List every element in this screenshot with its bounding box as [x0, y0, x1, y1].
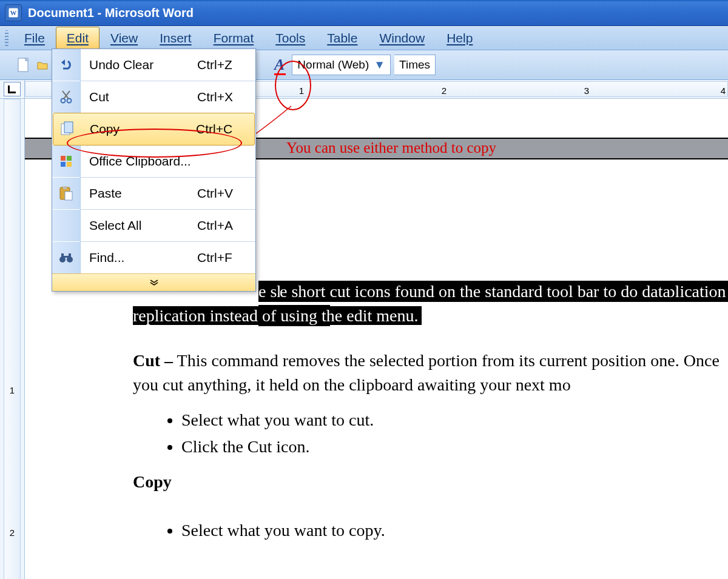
font-selector[interactable]: Times — [394, 55, 436, 75]
menu-item-copy[interactable]: Copy Ctrl+C — [53, 113, 255, 146]
svg-point-18 — [61, 99, 66, 103]
annotation-text: You can use either method to copy — [286, 139, 496, 156]
scissors-icon — [60, 90, 72, 104]
menu-item-cut[interactable]: Cut Ctrl+X — [52, 81, 255, 113]
selected-text-line2[interactable]: replication instead of using the edit me… — [133, 306, 422, 325]
tab-selector[interactable] — [4, 82, 21, 96]
style-value: Normal (Web) — [297, 58, 369, 72]
font-style-icon[interactable]: A — [274, 56, 285, 74]
copy-steps-list: Select what you want to copy. — [181, 518, 728, 543]
menu-item-undo[interactable]: Undo Clear Ctrl+Z — [52, 49, 255, 81]
copy-icon — [60, 121, 75, 137]
font-value: Times — [399, 58, 430, 72]
office-clipboard-icon — [59, 155, 73, 168]
menu-bar: File Edit View Insert Format Tools Table… — [0, 26, 728, 50]
style-selector[interactable]: Normal (Web)▼ — [292, 55, 391, 75]
menu-item-office-clipboard[interactable]: Office Clipboard... — [52, 146, 255, 177]
svg-rect-28 — [65, 192, 72, 200]
svg-rect-23 — [67, 156, 72, 161]
menu-window[interactable]: Window — [368, 27, 436, 50]
chevron-down-icon — [150, 279, 158, 286]
menu-format[interactable]: Format — [203, 27, 265, 50]
ruler-tick-3: 3 — [584, 85, 589, 96]
menu-insert[interactable]: Insert — [149, 27, 203, 50]
cut-steps-list: Select what you want to cut. Click the C… — [181, 408, 728, 459]
cut-paragraph: Cut – This command removes the selected … — [133, 349, 728, 397]
vruler-tick-2: 2 — [0, 527, 24, 538]
menu-item-paste[interactable]: Paste Ctrl+V — [52, 178, 255, 209]
list-item: Click the Cut icon. — [181, 435, 728, 459]
menu-item-find[interactable]: Find... Ctrl+F — [52, 242, 255, 273]
selected-text-line1[interactable]: e short cut icons found on the standard … — [280, 282, 670, 301]
paste-icon — [59, 186, 73, 201]
menu-table[interactable]: Table — [316, 27, 368, 50]
open-button[interactable] — [36, 55, 49, 75]
copy-heading: Copy — [133, 472, 172, 491]
new-doc-button[interactable] — [13, 55, 34, 75]
menu-item-select-all[interactable]: Select All Ctrl+A — [52, 210, 255, 241]
folder-icon — [37, 59, 48, 70]
title-bar: W Document1 - Microsoft Word — [0, 0, 728, 26]
svg-rect-22 — [61, 156, 66, 161]
svg-rect-31 — [61, 253, 64, 258]
menu-help[interactable]: Help — [436, 27, 484, 50]
app-window: W Document1 - Microsoft Word File Edit V… — [0, 0, 728, 579]
window-title: Document1 - Microsoft Word — [28, 6, 194, 20]
edit-menu-dropdown: Undo Clear Ctrl+Z Cut Ctrl+X Copy Ctrl+C… — [52, 49, 256, 292]
binoculars-icon — [59, 251, 73, 264]
svg-rect-32 — [69, 253, 71, 258]
ruler-tick-1: 1 — [299, 85, 304, 96]
svg-rect-24 — [61, 162, 66, 167]
menubar-grip[interactable] — [5, 30, 8, 46]
vruler-tick-1: 1 — [0, 385, 24, 395]
ruler-tick-2: 2 — [442, 85, 447, 96]
svg-point-19 — [67, 99, 72, 103]
menu-tools[interactable]: Tools — [265, 27, 316, 50]
menu-edit[interactable]: Edit — [56, 27, 99, 50]
dropdown-arrow-icon: ▼ — [374, 58, 385, 72]
ruler-tick-4: 4 — [721, 85, 726, 96]
svg-text:W: W — [10, 10, 17, 16]
undo-icon — [59, 59, 73, 71]
word-w-icon: W — [8, 7, 19, 18]
menu-file[interactable]: File — [13, 27, 56, 50]
svg-rect-21 — [64, 122, 73, 133]
svg-rect-25 — [67, 162, 72, 167]
list-item: Select what you want to copy. — [181, 518, 728, 543]
vertical-ruler[interactable]: 1 2 — [0, 99, 25, 579]
new-doc-icon — [17, 57, 30, 73]
word-app-icon: W — [5, 4, 22, 21]
ruler-corner — [0, 80, 25, 98]
menu-view[interactable]: View — [99, 27, 149, 50]
list-item: Select what you want to cut. — [181, 408, 728, 432]
svg-rect-33 — [64, 256, 69, 258]
svg-rect-27 — [63, 186, 67, 189]
menu-expand-button[interactable] — [52, 273, 255, 291]
